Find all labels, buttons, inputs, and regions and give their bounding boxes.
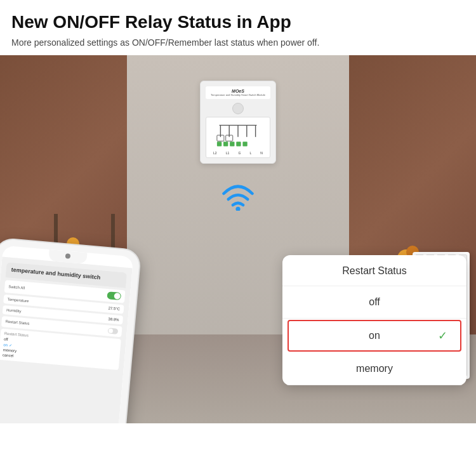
popup-option-off[interactable]: off xyxy=(282,286,466,319)
phone: temperature and humidity switch Switch A… xyxy=(0,237,142,423)
main-image-area: MOeS Temperature and Humidity Smart Swit… xyxy=(0,55,476,423)
restart-status-popup: Restart Status off on ✓ memory xyxy=(282,255,466,385)
smart-device: MOeS Temperature and Humidity Smart Swit… xyxy=(200,81,276,164)
popup-title: Restart Status xyxy=(342,265,406,276)
svg-rect-8 xyxy=(217,142,221,147)
svg-rect-9 xyxy=(223,142,228,147)
phone-outer: temperature and humidity switch Switch A… xyxy=(0,237,142,423)
wifi-svg xyxy=(219,182,257,211)
phone-app-title: temperature and humidity switch xyxy=(11,267,121,284)
wiring-diagram xyxy=(209,121,267,150)
wifi-icon xyxy=(219,182,257,211)
phone-screen: temperature and humidity switch Switch A… xyxy=(0,246,133,423)
svg-point-13 xyxy=(235,207,240,211)
page-title: New ON/OFF Relay Status in App xyxy=(11,11,465,33)
device-box: MOeS Temperature and Humidity Smart Swit… xyxy=(200,81,276,164)
temp-label: Temperature xyxy=(7,297,29,303)
popup-title-row: Restart Status xyxy=(282,255,466,286)
popup-option-on[interactable]: on ✓ xyxy=(288,320,461,352)
phone-camera-icon xyxy=(65,253,71,259)
status-label: Restart Status xyxy=(5,320,29,326)
wiring-labels: L2 L1 G L N xyxy=(209,151,267,155)
device-wiring: L2 L1 G L N xyxy=(206,117,270,158)
wiring-label-g: G xyxy=(238,151,241,155)
svg-rect-10 xyxy=(230,142,234,147)
reset-button[interactable] xyxy=(232,103,244,114)
svg-rect-12 xyxy=(242,142,247,147)
wiring-label-l2: L2 xyxy=(213,151,217,155)
phone-rows: Switch All Temperature 27.5°C Humidity 3… xyxy=(1,280,126,337)
popup-option-memory[interactable]: memory xyxy=(282,353,466,385)
temp-value: 27.5°C xyxy=(108,306,120,311)
device-model: Temperature and Humidity Smart Switch Mo… xyxy=(208,93,268,96)
humidity-label: Humidity xyxy=(6,308,22,313)
wiring-label-l1: L1 xyxy=(226,151,230,155)
svg-rect-11 xyxy=(236,142,241,147)
switch-toggle[interactable] xyxy=(107,291,121,300)
device-brand: MOeS xyxy=(208,89,268,93)
wiring-label-l: L xyxy=(249,151,251,155)
page-subtitle: More personalized settings as ON/OFF/Rem… xyxy=(11,37,465,50)
switch-all-label: Switch All xyxy=(8,284,25,289)
humidity-value: 38.8% xyxy=(108,317,119,321)
status-toggle[interactable] xyxy=(108,327,119,334)
wiring-label-n: N xyxy=(260,151,263,155)
phone-screen-content: temperature and humidity switch Switch A… xyxy=(0,257,133,423)
device-button-area xyxy=(206,103,270,114)
check-icon: ✓ xyxy=(438,329,447,343)
header-section: New ON/OFF Relay Status in App More pers… xyxy=(0,0,476,55)
device-label: MOeS Temperature and Humidity Smart Swit… xyxy=(206,86,270,99)
wiring-svg xyxy=(209,121,267,150)
